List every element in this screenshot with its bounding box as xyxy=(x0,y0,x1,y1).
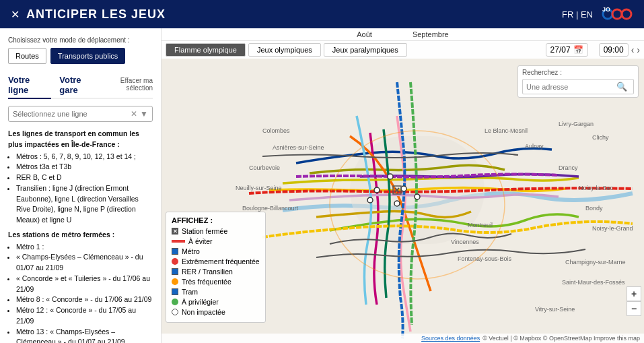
eviter-icon xyxy=(172,240,185,243)
svg-text:Clichy: Clichy xyxy=(592,134,609,141)
legend-label-station-fermee: Station fermée xyxy=(182,227,227,235)
legend-label-eviter: À éviter xyxy=(188,237,213,245)
map-container[interactable]: Le Blanc-Mesnil Aulnay Drancy Livry-Garg… xyxy=(162,28,644,343)
time-value: 09:00 xyxy=(604,45,624,55)
legend-item-metro[interactable]: Métro xyxy=(172,247,260,255)
metro-checkbox[interactable] xyxy=(172,248,178,255)
legend-item-tres: Très fréquentée xyxy=(172,278,260,286)
tres-dot xyxy=(172,278,178,285)
close-icon[interactable]: ✕ xyxy=(11,8,20,21)
map-credits: © Vectuel | © Mapbox © OpenStreetMap Imp… xyxy=(482,335,640,342)
svg-point-9 xyxy=(401,186,406,191)
mode-buttons: Routes Transports publics xyxy=(8,48,153,64)
list-item: « Concorde » et « Tuileries » - du 17/06… xyxy=(16,274,153,295)
svg-text:Noisy-la-Sec: Noisy-la-Sec xyxy=(579,185,614,191)
tab-line[interactable]: Votre ligne xyxy=(8,73,51,99)
search-label: Recherchez : xyxy=(522,69,634,76)
zoom-out-button[interactable]: − xyxy=(627,301,641,316)
svg-text:Boulogne-Billancourt: Boulogne-Billancourt xyxy=(242,205,299,212)
transports-button[interactable]: Transports publics xyxy=(50,48,125,64)
list-item: Métro 13 : « Champs-Elysées – Clémenceau… xyxy=(16,327,153,344)
zoom-in-button[interactable]: + xyxy=(627,286,641,301)
legend-item-tram[interactable]: Tram xyxy=(172,288,260,296)
prev-arrow[interactable]: ‹ xyxy=(631,44,635,55)
svg-text:Aulnay: Aulnay xyxy=(525,143,544,150)
header-left: ✕ ANTICIPER LES JEUX xyxy=(11,7,166,22)
calendar-icon[interactable]: 📅 xyxy=(573,45,583,55)
map-topbar: Août Septembre Flamme olympique Jeux oly… xyxy=(162,28,644,59)
header-right: FR | EN JO xyxy=(562,2,633,26)
list-item: Transilien : ligne J (direction Ermont E… xyxy=(16,183,153,226)
app-header: ✕ ANTICIPER LES JEUX FR | EN JO xyxy=(0,0,644,28)
svg-point-10 xyxy=(388,174,393,179)
search-icon[interactable]: 🔍 xyxy=(616,82,627,92)
event-row: Flamme olympique Jeux olympiques Jeux pa… xyxy=(162,41,644,59)
legend-label-tram: Tram xyxy=(182,288,198,296)
clear-line-icon[interactable]: ✕ xyxy=(131,109,137,119)
sidebar: Choisissez votre mode de déplacement : R… xyxy=(0,28,162,343)
line-selector-dropdown[interactable]: Sélectionnez une ligne ✕ ▼ xyxy=(8,106,153,122)
legend-box: AFFICHEZ : ✕ Station fermée À éviter Mét… xyxy=(166,212,266,323)
map-bottombar: Sources des données © Vectuel | © Mapbox… xyxy=(162,334,644,343)
info-title-2: Les stations de métro fermées : xyxy=(8,230,153,241)
rer-checkbox[interactable] xyxy=(172,268,178,275)
date-value: 27/07 xyxy=(550,45,571,55)
btn-jo[interactable]: Jeux olympiques xyxy=(248,43,321,57)
legend-label-rer: RER / Transilien xyxy=(182,268,233,276)
main-layout: Choisissez votre mode de déplacement : R… xyxy=(0,28,644,343)
lang-sep: | xyxy=(576,9,578,20)
zoom-controls: + − xyxy=(627,286,641,316)
month1-label: Août xyxy=(357,30,372,38)
svg-text:Livry-Gargan: Livry-Gargan xyxy=(559,121,594,127)
legend-label-non-impactee: Non impactée xyxy=(182,308,225,316)
legend-label-privileger: À privilégier xyxy=(182,298,219,306)
svg-text:Drancy: Drancy xyxy=(559,164,578,171)
time-picker[interactable]: 09:00 xyxy=(599,43,629,57)
svg-text:Courbevoie: Courbevoie xyxy=(249,164,280,171)
btn-jp[interactable]: Jeux paralympiques xyxy=(324,43,407,57)
sources-link[interactable]: Sources des données xyxy=(421,335,480,342)
clear-selection-button[interactable]: Effacer ma sélection xyxy=(101,77,153,92)
tab-gare[interactable]: Votre gare xyxy=(59,73,101,99)
date-picker[interactable]: 27/07 📅 xyxy=(546,43,588,57)
svg-text:Colombes: Colombes xyxy=(262,127,290,134)
info-list-2: Métro 1 : « Champs-Elysées – Clémenceau … xyxy=(16,242,153,344)
station-fermee-icon: ✕ xyxy=(172,228,178,235)
svg-text:Neuilly-sur-Seine: Neuilly-sur-Seine xyxy=(236,185,282,191)
tram-checkbox[interactable] xyxy=(172,288,178,295)
routes-button[interactable]: Routes xyxy=(8,48,46,64)
lang-en[interactable]: EN xyxy=(581,9,593,20)
legend-label-extreme: Extrêmement fréquentée xyxy=(182,257,260,266)
info-list-1: Métros : 5, 6, 7, 8, 9, 10, 12, 13 et 14… xyxy=(16,152,153,226)
legend-item-station-fermee: ✕ Station fermée xyxy=(172,227,260,235)
search-input[interactable] xyxy=(526,83,614,91)
next-arrow[interactable]: › xyxy=(637,44,640,55)
list-item: Métro 12 : « Concorde » - du 17/05 au 21… xyxy=(16,305,153,327)
lang-fr[interactable]: FR xyxy=(562,9,573,20)
jop-logo: JO xyxy=(601,2,633,26)
list-item: « Champs-Elysées – Clémenceau » - du 01/… xyxy=(16,252,153,274)
svg-text:Fontenay-sous-Bois: Fontenay-sous-Bois xyxy=(458,255,512,262)
legend-item-rer[interactable]: RER / Transilien xyxy=(172,268,260,276)
month-row: Août Septembre xyxy=(162,28,644,41)
privileger-dot xyxy=(172,299,178,305)
svg-point-13 xyxy=(367,197,373,203)
app-title: ANTICIPER LES JEUX xyxy=(26,7,166,22)
legend-label-tres: Très fréquentée xyxy=(182,278,231,286)
svg-point-11 xyxy=(415,194,420,199)
btn-flamme[interactable]: Flamme olympique xyxy=(166,43,246,57)
month2-label: Septembre xyxy=(413,30,449,38)
svg-text:JO: JO xyxy=(602,6,610,13)
search-input-wrapper[interactable]: 🔍 xyxy=(522,79,634,94)
tab-row: Votre ligne Votre gare Effacer ma sélect… xyxy=(8,73,153,99)
svg-text:Vitry-sur-Seine: Vitry-sur-Seine xyxy=(535,306,575,313)
svg-text:Noisy-le-Grand: Noisy-le-Grand xyxy=(592,225,633,232)
mode-label: Choisissez votre mode de déplacement : xyxy=(8,36,153,44)
list-item: Métros : 5, 6, 7, 8, 9, 10, 12, 13 et 14… xyxy=(16,152,153,162)
info-section: Les lignes de transport en commun les pl… xyxy=(8,129,153,343)
legend-label-metro: Métro xyxy=(182,247,200,255)
lang-selector[interactable]: FR | EN xyxy=(562,9,593,20)
chevron-down-icon[interactable]: ▼ xyxy=(140,109,148,119)
legend-item-extreme: Extrêmement fréquentée xyxy=(172,257,260,266)
nav-arrows: ‹ › xyxy=(631,44,640,55)
